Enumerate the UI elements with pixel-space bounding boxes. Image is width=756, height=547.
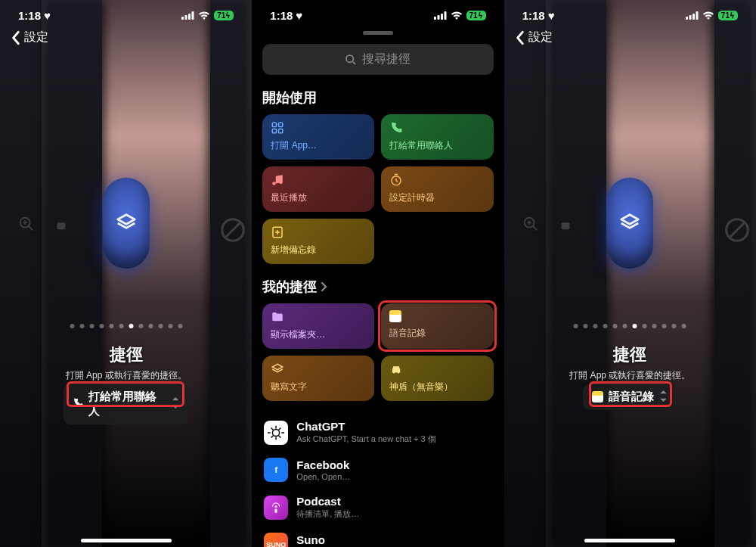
action-button-preview[interactable] — [103, 178, 150, 269]
status-bar: 1:18♥ 71ϟ — [0, 0, 252, 25]
svg-rect-8 — [57, 222, 66, 229]
signal-icon — [686, 9, 699, 22]
sheet-grabber[interactable] — [363, 31, 393, 35]
tile-set-timer[interactable]: 設定計時器 — [381, 166, 493, 212]
chevron-left-icon — [11, 30, 21, 45]
car-icon — [389, 362, 403, 376]
svg-line-10 — [226, 223, 240, 238]
svg-rect-0 — [181, 17, 184, 20]
wifi-icon — [198, 9, 210, 22]
svg-rect-29 — [686, 17, 688, 20]
home-indicator[interactable] — [584, 539, 675, 542]
signal-icon — [181, 9, 194, 22]
svg-point-21 — [273, 182, 277, 185]
svg-rect-2 — [188, 14, 191, 20]
podcast-icon — [264, 496, 288, 520]
annotation-callout — [67, 381, 184, 407]
tile-show-folders[interactable]: 顯示檔案夾… — [262, 303, 374, 349]
heart-icon: ♥ — [548, 9, 555, 22]
suno-icon: SUNO — [264, 533, 288, 547]
page-dots — [574, 324, 686, 328]
app-row-chatgpt[interactable]: ChatGPTAsk ChatGPT, Start a new chat + 3… — [262, 415, 493, 450]
wifi-icon — [702, 9, 714, 22]
status-time: 1:18 — [18, 9, 41, 22]
music-icon — [271, 173, 284, 187]
wifi-icon — [451, 9, 463, 22]
svg-rect-14 — [444, 11, 446, 20]
title-block: 捷徑 打開 App 或執行喜愛的捷徑。 — [0, 343, 252, 382]
svg-rect-11 — [434, 17, 436, 20]
page-title: 捷徑 — [0, 343, 252, 366]
heart-icon: ♥ — [296, 9, 302, 22]
action-button-preview[interactable] — [606, 178, 653, 269]
screenshot-2: 1:18♥ 71ϟ 搜尋捷徑 開始使用 打開 App… 打給常用聯絡人 最近播放 — [252, 0, 503, 547]
app-grid-icon — [271, 121, 284, 135]
svg-line-34 — [532, 226, 537, 231]
zoom-icon — [522, 216, 539, 235]
svg-rect-17 — [273, 123, 277, 126]
svg-rect-18 — [279, 123, 283, 126]
lock-layers-icon — [53, 216, 70, 235]
chatgpt-icon — [264, 421, 288, 445]
notes-app-icon — [389, 310, 401, 322]
tile-recent-play[interactable]: 最近播放 — [262, 166, 374, 212]
svg-rect-3 — [192, 11, 194, 20]
svg-line-39 — [730, 223, 744, 238]
search-icon — [345, 54, 357, 66]
app-row-podcast[interactable]: Podcast待播清單, 播放… — [262, 490, 493, 525]
search-input[interactable]: 搜尋捷徑 — [262, 44, 493, 75]
signal-icon — [434, 9, 447, 22]
search-placeholder: 搜尋捷徑 — [362, 51, 411, 67]
svg-rect-32 — [696, 11, 698, 20]
tile-open-app[interactable]: 打開 App… — [262, 114, 374, 160]
back-label: 設定 — [24, 30, 48, 45]
svg-rect-1 — [185, 15, 187, 20]
app-row-suno[interactable]: SUNO SunoCreate, Record, Camera — [262, 527, 493, 547]
svg-rect-30 — [689, 15, 691, 20]
tile-voice-record[interactable]: 語音記錄 — [381, 303, 493, 349]
tile-new-note[interactable]: 新增備忘錄 — [262, 219, 374, 264]
annotation-callout — [589, 381, 672, 407]
tile-call-favorite[interactable]: 打給常用聯絡人 — [381, 114, 493, 160]
svg-point-15 — [346, 55, 353, 62]
svg-rect-13 — [441, 14, 443, 20]
section-my-shortcuts[interactable]: 我的捷徑 — [262, 278, 493, 296]
prohibit-icon — [723, 216, 751, 247]
screenshot-3: 1:18♥ 71ϟ 設定 捷徑 打開 App 或執行喜愛的捷徑。 語音記錄 — [504, 0, 756, 547]
shortcuts-layers-icon — [618, 212, 641, 235]
app-row-facebook[interactable]: f FacebookOpen, Open… — [262, 452, 493, 487]
back-button[interactable]: 設定 — [504, 25, 756, 50]
home-indicator[interactable] — [81, 539, 172, 542]
screenshot-1: 1:18♥ 71ϟ 設定 捷徑 打開 App 或執行喜愛的捷徑。 打給常用聯絡人 — [0, 0, 252, 547]
title-block: 捷徑 打開 App 或執行喜愛的捷徑。 — [504, 343, 756, 382]
chevron-right-icon — [320, 281, 327, 292]
battery-badge: 71ϟ — [214, 11, 234, 20]
tile-shield-nomusic[interactable]: 神盾（無音樂） — [381, 356, 493, 401]
prohibit-icon — [218, 216, 247, 247]
annotation-callout — [378, 300, 496, 352]
svg-rect-12 — [437, 15, 439, 20]
svg-point-27 — [273, 429, 280, 436]
status-bar: 1:18♥ 71ϟ — [252, 0, 503, 25]
svg-rect-37 — [561, 222, 569, 229]
tile-dictate-text[interactable]: 聽寫文字 — [262, 356, 374, 401]
note-add-icon — [271, 225, 284, 239]
svg-rect-20 — [279, 129, 283, 133]
page-dots — [70, 324, 182, 328]
svg-rect-31 — [692, 14, 695, 20]
folder-icon — [271, 310, 284, 324]
heart-icon: ♥ — [44, 9, 51, 22]
svg-point-22 — [280, 181, 284, 185]
chevron-left-icon — [515, 30, 525, 45]
status-bar: 1:18♥ 71ϟ — [504, 0, 756, 25]
back-button[interactable]: 設定 — [0, 25, 252, 50]
svg-line-5 — [29, 226, 33, 231]
svg-point-28 — [275, 505, 277, 508]
svg-rect-19 — [273, 129, 277, 133]
svg-point-26 — [398, 371, 399, 373]
battery-badge: 71ϟ — [466, 11, 486, 20]
section-getting-started: 開始使用 — [262, 89, 493, 107]
lock-layers-icon — [557, 216, 574, 235]
phone-icon — [389, 121, 403, 135]
zoom-icon — [18, 216, 35, 235]
